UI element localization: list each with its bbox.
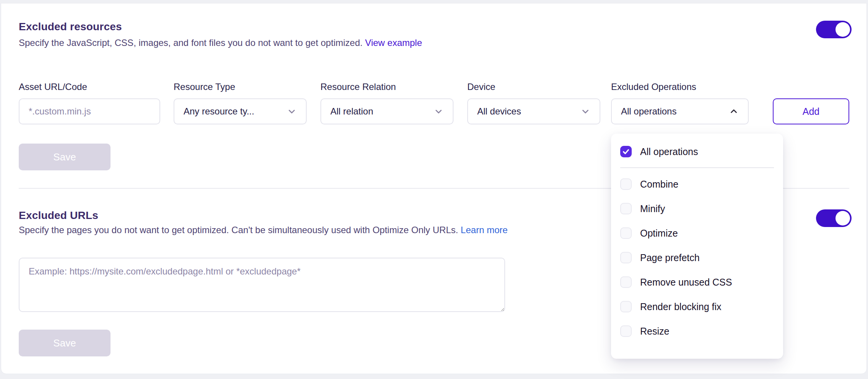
resource-type-value: Any resource ty... <box>184 106 254 117</box>
operation-options-list: Combine Minify Optimize Page prefetch <box>611 172 783 343</box>
checkbox-icon[interactable] <box>620 325 632 337</box>
chevron-down-icon <box>580 106 590 116</box>
operation-option-label: Combine <box>640 179 678 190</box>
checkbox-icon[interactable] <box>620 178 632 190</box>
checkbox-icon[interactable] <box>620 276 632 288</box>
excluded-urls-description-text: Specify the pages you do not want to get… <box>19 225 458 235</box>
operation-option-page-prefetch[interactable]: Page prefetch <box>611 245 783 270</box>
resource-relation-select[interactable]: All relation <box>320 98 454 124</box>
operation-option-label: Page prefetch <box>640 252 700 263</box>
checkbox-icon[interactable] <box>620 252 632 263</box>
asset-url-label: Asset URL/Code <box>19 82 87 92</box>
operation-option-render-blocking-fix[interactable]: Render blocking fix <box>611 294 783 319</box>
toggle-knob-icon <box>835 22 850 37</box>
excluded-operations-value: All operations <box>621 106 676 117</box>
checkmark-icon <box>622 147 630 156</box>
save-urls-button[interactable]: Save <box>19 330 111 356</box>
toggle-knob-icon <box>835 211 850 225</box>
excluded-resources-description: Specify the JavaScript, CSS, images, and… <box>19 38 422 48</box>
operation-option-label: Optimize <box>640 228 678 239</box>
operation-option-all-operations[interactable]: All operations <box>611 140 783 163</box>
operation-option-optimize[interactable]: Optimize <box>611 221 783 245</box>
excluded-urls-description: Specify the pages you do not want to get… <box>19 225 508 235</box>
settings-card: Excluded resources Specify the JavaScrip… <box>1 3 867 374</box>
checkbox-icon[interactable] <box>620 203 632 214</box>
checkbox-icon[interactable] <box>620 227 632 239</box>
asset-url-field <box>19 98 160 124</box>
chevron-down-icon <box>434 106 444 116</box>
resource-type-label: Resource Type <box>174 82 235 92</box>
excluded-urls-textarea[interactable] <box>19 258 505 312</box>
excluded-resources-toggle[interactable] <box>816 21 852 38</box>
excluded-resources-description-text: Specify the JavaScript, CSS, images, and… <box>19 38 362 48</box>
operation-option-resize[interactable]: Resize <box>611 319 783 343</box>
dropdown-divider <box>620 167 774 168</box>
resource-type-select[interactable]: Any resource ty... <box>174 98 307 124</box>
learn-more-link[interactable]: Learn more <box>461 225 508 235</box>
chevron-down-icon <box>287 106 297 116</box>
excluded-operations-label: Excluded Operations <box>611 82 696 92</box>
resource-relation-value: All relation <box>330 106 373 117</box>
device-label: Device <box>467 82 495 92</box>
operation-option-label: All operations <box>640 146 698 157</box>
add-button[interactable]: Add <box>773 98 849 124</box>
resource-relation-label: Resource Relation <box>320 82 396 92</box>
operation-option-remove-unused-css[interactable]: Remove unused CSS <box>611 270 783 294</box>
checkbox-icon[interactable] <box>620 301 632 312</box>
asset-url-input[interactable] <box>29 106 150 117</box>
excluded-resources-title: Excluded resources <box>19 21 122 33</box>
operation-option-combine[interactable]: Combine <box>611 172 783 196</box>
operation-option-label: Render blocking fix <box>640 301 722 312</box>
device-value: All devices <box>477 106 521 117</box>
chevron-up-icon <box>729 106 739 116</box>
operation-option-label: Remove unused CSS <box>640 277 732 288</box>
excluded-urls-toggle[interactable] <box>816 209 852 227</box>
excluded-operations-dropdown: All operations Combine Minify Optimiz <box>611 134 783 359</box>
checkbox-checked-icon[interactable] <box>620 146 632 157</box>
view-example-link[interactable]: View example <box>365 38 422 48</box>
device-select[interactable]: All devices <box>467 98 600 124</box>
save-resources-button[interactable]: Save <box>19 144 111 170</box>
operation-option-label: Resize <box>640 326 669 337</box>
operation-option-minify[interactable]: Minify <box>611 196 783 221</box>
excluded-operations-select[interactable]: All operations <box>611 98 749 124</box>
operation-option-label: Minify <box>640 203 665 214</box>
excluded-urls-title: Excluded URLs <box>19 209 98 222</box>
